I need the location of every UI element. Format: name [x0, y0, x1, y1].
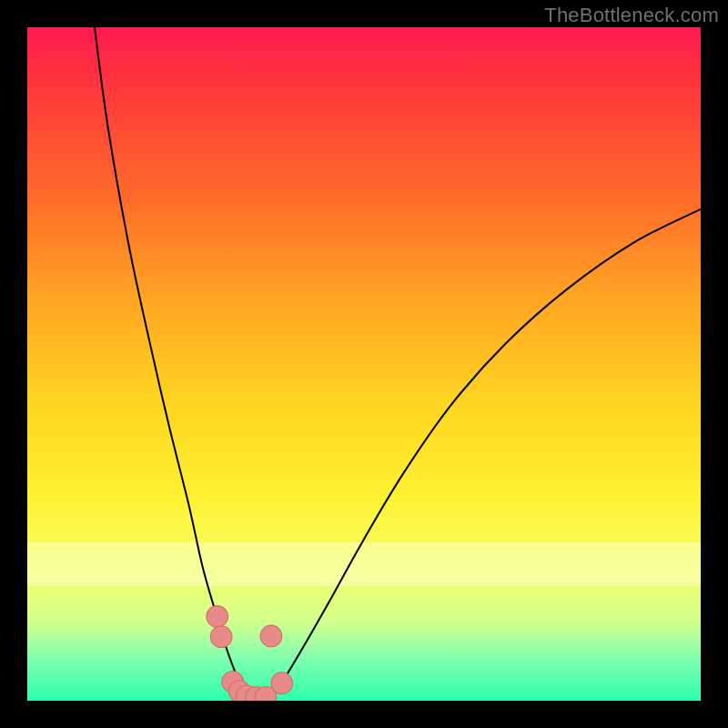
data-marker: [207, 606, 228, 628]
watermark-text: TheBottleneck.com: [544, 4, 719, 27]
right-curve: [269, 209, 701, 701]
marker-layer: [207, 606, 293, 701]
curve-layer: [95, 27, 701, 701]
chart-svg: [27, 27, 701, 701]
plot-area: [27, 27, 701, 701]
data-marker: [260, 625, 282, 647]
left-curve: [95, 27, 253, 701]
data-marker: [210, 626, 232, 648]
outer-frame: TheBottleneck.com: [0, 0, 728, 728]
data-marker: [271, 672, 293, 694]
